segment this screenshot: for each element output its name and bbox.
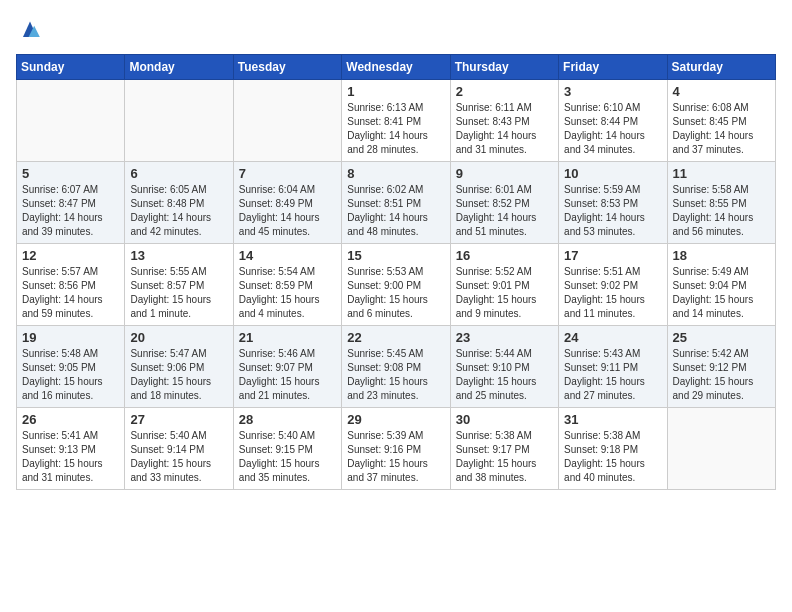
day-info: Sunrise: 5:45 AM Sunset: 9:08 PM Dayligh… [347, 347, 444, 403]
day-number: 12 [22, 248, 119, 263]
day-number: 22 [347, 330, 444, 345]
day-number: 30 [456, 412, 553, 427]
calendar-cell: 27Sunrise: 5:40 AM Sunset: 9:14 PM Dayli… [125, 408, 233, 490]
calendar-week-row: 5Sunrise: 6:07 AM Sunset: 8:47 PM Daylig… [17, 162, 776, 244]
calendar-cell: 2Sunrise: 6:11 AM Sunset: 8:43 PM Daylig… [450, 80, 558, 162]
calendar-cell: 9Sunrise: 6:01 AM Sunset: 8:52 PM Daylig… [450, 162, 558, 244]
calendar-cell: 8Sunrise: 6:02 AM Sunset: 8:51 PM Daylig… [342, 162, 450, 244]
day-number: 16 [456, 248, 553, 263]
calendar-cell: 24Sunrise: 5:43 AM Sunset: 9:11 PM Dayli… [559, 326, 667, 408]
day-info: Sunrise: 5:53 AM Sunset: 9:00 PM Dayligh… [347, 265, 444, 321]
page-header [16, 16, 776, 44]
col-header-sunday: Sunday [17, 55, 125, 80]
day-number: 15 [347, 248, 444, 263]
day-info: Sunrise: 6:07 AM Sunset: 8:47 PM Dayligh… [22, 183, 119, 239]
day-info: Sunrise: 5:42 AM Sunset: 9:12 PM Dayligh… [673, 347, 770, 403]
logo-icon [16, 16, 44, 44]
day-number: 11 [673, 166, 770, 181]
day-number: 4 [673, 84, 770, 99]
day-number: 3 [564, 84, 661, 99]
day-number: 29 [347, 412, 444, 427]
day-info: Sunrise: 5:46 AM Sunset: 9:07 PM Dayligh… [239, 347, 336, 403]
day-number: 23 [456, 330, 553, 345]
calendar-cell: 18Sunrise: 5:49 AM Sunset: 9:04 PM Dayli… [667, 244, 775, 326]
calendar-cell: 6Sunrise: 6:05 AM Sunset: 8:48 PM Daylig… [125, 162, 233, 244]
day-info: Sunrise: 6:13 AM Sunset: 8:41 PM Dayligh… [347, 101, 444, 157]
day-info: Sunrise: 6:01 AM Sunset: 8:52 PM Dayligh… [456, 183, 553, 239]
day-number: 6 [130, 166, 227, 181]
calendar-cell: 1Sunrise: 6:13 AM Sunset: 8:41 PM Daylig… [342, 80, 450, 162]
calendar-cell: 23Sunrise: 5:44 AM Sunset: 9:10 PM Dayli… [450, 326, 558, 408]
calendar-cell: 5Sunrise: 6:07 AM Sunset: 8:47 PM Daylig… [17, 162, 125, 244]
day-info: Sunrise: 6:11 AM Sunset: 8:43 PM Dayligh… [456, 101, 553, 157]
calendar-cell: 10Sunrise: 5:59 AM Sunset: 8:53 PM Dayli… [559, 162, 667, 244]
day-number: 8 [347, 166, 444, 181]
day-info: Sunrise: 5:52 AM Sunset: 9:01 PM Dayligh… [456, 265, 553, 321]
calendar-table: SundayMondayTuesdayWednesdayThursdayFrid… [16, 54, 776, 490]
logo [16, 16, 48, 44]
day-number: 14 [239, 248, 336, 263]
day-number: 25 [673, 330, 770, 345]
calendar-cell: 20Sunrise: 5:47 AM Sunset: 9:06 PM Dayli… [125, 326, 233, 408]
day-info: Sunrise: 5:44 AM Sunset: 9:10 PM Dayligh… [456, 347, 553, 403]
day-info: Sunrise: 5:49 AM Sunset: 9:04 PM Dayligh… [673, 265, 770, 321]
day-number: 10 [564, 166, 661, 181]
calendar-cell [233, 80, 341, 162]
day-info: Sunrise: 6:05 AM Sunset: 8:48 PM Dayligh… [130, 183, 227, 239]
calendar-cell: 21Sunrise: 5:46 AM Sunset: 9:07 PM Dayli… [233, 326, 341, 408]
col-header-thursday: Thursday [450, 55, 558, 80]
col-header-monday: Monday [125, 55, 233, 80]
day-number: 19 [22, 330, 119, 345]
day-info: Sunrise: 5:40 AM Sunset: 9:15 PM Dayligh… [239, 429, 336, 485]
day-info: Sunrise: 5:38 AM Sunset: 9:18 PM Dayligh… [564, 429, 661, 485]
calendar-cell: 16Sunrise: 5:52 AM Sunset: 9:01 PM Dayli… [450, 244, 558, 326]
col-header-wednesday: Wednesday [342, 55, 450, 80]
day-info: Sunrise: 6:02 AM Sunset: 8:51 PM Dayligh… [347, 183, 444, 239]
calendar-cell: 25Sunrise: 5:42 AM Sunset: 9:12 PM Dayli… [667, 326, 775, 408]
day-info: Sunrise: 5:58 AM Sunset: 8:55 PM Dayligh… [673, 183, 770, 239]
day-number: 1 [347, 84, 444, 99]
day-info: Sunrise: 6:10 AM Sunset: 8:44 PM Dayligh… [564, 101, 661, 157]
day-info: Sunrise: 5:43 AM Sunset: 9:11 PM Dayligh… [564, 347, 661, 403]
day-info: Sunrise: 5:54 AM Sunset: 8:59 PM Dayligh… [239, 265, 336, 321]
calendar-cell: 11Sunrise: 5:58 AM Sunset: 8:55 PM Dayli… [667, 162, 775, 244]
day-number: 24 [564, 330, 661, 345]
day-number: 20 [130, 330, 227, 345]
calendar-cell: 7Sunrise: 6:04 AM Sunset: 8:49 PM Daylig… [233, 162, 341, 244]
day-info: Sunrise: 5:59 AM Sunset: 8:53 PM Dayligh… [564, 183, 661, 239]
day-number: 26 [22, 412, 119, 427]
day-info: Sunrise: 5:38 AM Sunset: 9:17 PM Dayligh… [456, 429, 553, 485]
calendar-cell: 15Sunrise: 5:53 AM Sunset: 9:00 PM Dayli… [342, 244, 450, 326]
calendar-cell: 29Sunrise: 5:39 AM Sunset: 9:16 PM Dayli… [342, 408, 450, 490]
day-number: 28 [239, 412, 336, 427]
col-header-saturday: Saturday [667, 55, 775, 80]
day-info: Sunrise: 5:40 AM Sunset: 9:14 PM Dayligh… [130, 429, 227, 485]
calendar-cell: 26Sunrise: 5:41 AM Sunset: 9:13 PM Dayli… [17, 408, 125, 490]
day-info: Sunrise: 5:51 AM Sunset: 9:02 PM Dayligh… [564, 265, 661, 321]
calendar-cell: 4Sunrise: 6:08 AM Sunset: 8:45 PM Daylig… [667, 80, 775, 162]
calendar-cell: 13Sunrise: 5:55 AM Sunset: 8:57 PM Dayli… [125, 244, 233, 326]
calendar-cell: 30Sunrise: 5:38 AM Sunset: 9:17 PM Dayli… [450, 408, 558, 490]
day-number: 2 [456, 84, 553, 99]
day-info: Sunrise: 5:55 AM Sunset: 8:57 PM Dayligh… [130, 265, 227, 321]
day-number: 17 [564, 248, 661, 263]
calendar-cell: 17Sunrise: 5:51 AM Sunset: 9:02 PM Dayli… [559, 244, 667, 326]
calendar-cell: 19Sunrise: 5:48 AM Sunset: 9:05 PM Dayli… [17, 326, 125, 408]
calendar-cell: 14Sunrise: 5:54 AM Sunset: 8:59 PM Dayli… [233, 244, 341, 326]
day-number: 9 [456, 166, 553, 181]
day-info: Sunrise: 5:41 AM Sunset: 9:13 PM Dayligh… [22, 429, 119, 485]
calendar-cell: 31Sunrise: 5:38 AM Sunset: 9:18 PM Dayli… [559, 408, 667, 490]
day-number: 27 [130, 412, 227, 427]
calendar-header-row: SundayMondayTuesdayWednesdayThursdayFrid… [17, 55, 776, 80]
day-number: 21 [239, 330, 336, 345]
calendar-cell: 3Sunrise: 6:10 AM Sunset: 8:44 PM Daylig… [559, 80, 667, 162]
calendar-cell [125, 80, 233, 162]
day-number: 31 [564, 412, 661, 427]
day-info: Sunrise: 6:08 AM Sunset: 8:45 PM Dayligh… [673, 101, 770, 157]
day-info: Sunrise: 5:39 AM Sunset: 9:16 PM Dayligh… [347, 429, 444, 485]
calendar-week-row: 12Sunrise: 5:57 AM Sunset: 8:56 PM Dayli… [17, 244, 776, 326]
day-info: Sunrise: 5:48 AM Sunset: 9:05 PM Dayligh… [22, 347, 119, 403]
calendar-cell: 12Sunrise: 5:57 AM Sunset: 8:56 PM Dayli… [17, 244, 125, 326]
day-number: 7 [239, 166, 336, 181]
day-info: Sunrise: 5:57 AM Sunset: 8:56 PM Dayligh… [22, 265, 119, 321]
